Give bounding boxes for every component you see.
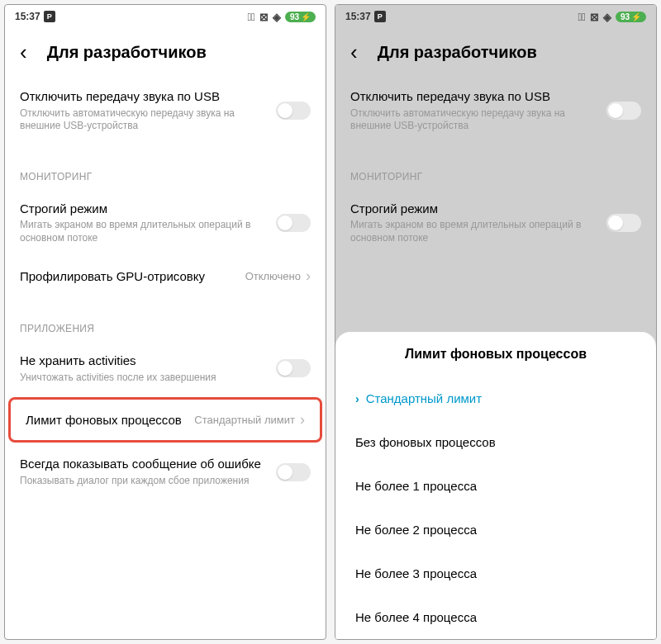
usb-audio-sub: Отключить автоматическую передачу звука … — [350, 107, 597, 133]
sheet-title: Лимит фоновых процессов — [335, 347, 656, 376]
no-keep-title: Не хранить activities — [20, 353, 266, 369]
chevron-right-icon: › — [300, 411, 305, 429]
gpu-profile-value: Отключено — [245, 270, 301, 282]
usb-audio-title: Отключить передачу звука по USB — [20, 88, 266, 105]
page-title: Для разработчиков — [378, 43, 537, 62]
strict-mode-row[interactable]: Строгий режим Мигать экраном во время дл… — [5, 189, 326, 257]
status-time: 15:37 — [345, 11, 371, 22]
strict-mode-row[interactable]: Строгий режим Мигать экраном во время дл… — [335, 189, 656, 257]
strict-mode-title: Строгий режим — [350, 201, 597, 217]
section-apps: ПРИЛОЖЕНИЯ — [5, 296, 326, 341]
wifi-icon: ◈ — [603, 11, 611, 23]
battery-indicator: 93⚡ — [616, 12, 646, 22]
settings-list: Отключить передачу звука по USB Отключит… — [335, 77, 656, 256]
show-error-row[interactable]: Всегда показывать сообщение об ошибке По… — [5, 444, 326, 499]
wifi-icon: ◈ — [273, 11, 281, 23]
option-standard-limit[interactable]: › Стандартный лимит — [335, 376, 656, 420]
option-1-process[interactable]: Не более 1 процесса — [335, 464, 656, 508]
status-bar: 15:37 P ✕⃝ ⊠ ◈ 93⚡ — [335, 5, 656, 28]
strict-mode-sub: Мигать экраном во время длительных опера… — [20, 219, 266, 244]
strict-mode-toggle[interactable] — [606, 214, 641, 232]
usb-audio-title: Отключить передачу звука по USB — [350, 88, 597, 105]
p-icon: P — [374, 11, 386, 22]
page-header: ‹ Для разработчиков — [335, 28, 656, 77]
chevron-right-icon: › — [306, 268, 311, 285]
usb-audio-row[interactable]: Отключить передачу звука по USB Отключит… — [5, 77, 326, 144]
dnd-icon: ✕⃝ — [247, 11, 255, 23]
back-button[interactable]: ‹ — [20, 40, 27, 65]
no-keep-toggle[interactable] — [276, 359, 311, 377]
strict-mode-title: Строгий режим — [20, 201, 266, 217]
gpu-profile-title: Профилировать GPU-отрисовку — [20, 268, 235, 285]
no-keep-sub: Уничтожать activities после их завершени… — [20, 372, 266, 385]
strict-mode-sub: Мигать экраном во время длительных опера… — [350, 219, 597, 244]
usb-audio-toggle[interactable] — [606, 102, 641, 120]
option-2-process[interactable]: Не более 2 процесса — [335, 508, 656, 552]
usb-audio-sub: Отключить автоматическую передачу звука … — [20, 107, 266, 133]
show-error-toggle[interactable] — [276, 463, 311, 481]
show-error-title: Всегда показывать сообщение об ошибке — [20, 456, 266, 472]
usb-audio-toggle[interactable] — [276, 102, 311, 120]
option-no-bg[interactable]: Без фоновых процессов — [335, 420, 656, 464]
section-monitoring: МОНИТОРИНГ — [335, 144, 656, 189]
phone-right: 15:37 P ✕⃝ ⊠ ◈ 93⚡ ‹ Для разработчиков О… — [335, 4, 657, 640]
checkmark-icon: › — [355, 392, 359, 405]
no-keep-activities-row[interactable]: Не хранить activities Уничтожать activit… — [5, 341, 326, 395]
highlighted-annotation: Лимит фоновых процессов Стандартный лими… — [8, 397, 322, 443]
bg-limit-value: Стандартный лимит — [194, 414, 295, 426]
strict-mode-toggle[interactable] — [276, 214, 311, 232]
no-sim-icon: ⊠ — [259, 11, 269, 23]
gpu-profile-row[interactable]: Профилировать GPU-отрисовку Отключено › — [5, 256, 326, 296]
battery-indicator: 93⚡ — [285, 12, 316, 22]
option-3-process[interactable]: Не более 3 процесса — [335, 552, 656, 595]
back-button[interactable]: ‹ — [350, 40, 358, 65]
section-monitoring: МОНИТОРИНГ — [5, 144, 326, 189]
no-sim-icon: ⊠ — [590, 11, 599, 23]
bg-process-limit-row[interactable]: Лимит фоновых процессов Стандартный лими… — [11, 400, 320, 440]
bottom-sheet: Лимит фоновых процессов › Стандартный ли… — [335, 332, 656, 639]
option-4-process[interactable]: Не более 4 процесса — [335, 595, 656, 639]
status-bar: 15:37 P ✕⃝ ⊠ ◈ 93⚡ — [5, 5, 326, 28]
page-title: Для разработчиков — [47, 43, 207, 62]
page-header: ‹ Для разработчиков — [5, 28, 326, 77]
phone-left: 15:37 P ✕⃝ ⊠ ◈ 93⚡ ‹ Для разработчиков О… — [4, 4, 326, 640]
show-error-sub: Показывать диалог при каждом сбое прилож… — [20, 475, 266, 488]
status-time: 15:37 — [15, 11, 40, 22]
p-icon: P — [44, 11, 55, 22]
bg-limit-title: Лимит фоновых процессов — [26, 412, 184, 429]
dnd-icon: ✕⃝ — [578, 11, 586, 23]
settings-list: Отключить передачу звука по USB Отключит… — [5, 77, 326, 639]
usb-audio-row[interactable]: Отключить передачу звука по USB Отключит… — [335, 77, 656, 144]
